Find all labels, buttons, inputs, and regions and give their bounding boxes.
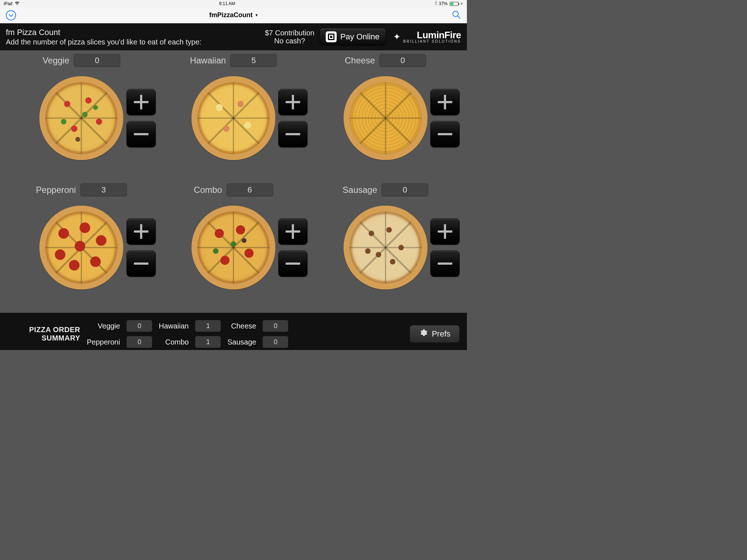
pizza-count-box[interactable]: 0 [379,54,426,67]
pizza-cell-sausage: Sausage 0 [311,183,460,313]
nav-title[interactable]: fmPizzaCount ▼ [209,11,259,19]
summary-label: Hawaiian [159,322,189,330]
logo-main-text: LuminFire [403,30,461,40]
nav-bar: fmPizzaCount ▼ [0,7,467,23]
caret-down-icon: ▼ [255,13,259,17]
bluetooth-icon [434,1,437,7]
pizza-cell-combo: Combo 6 [159,183,308,313]
square-pay-icon [326,31,337,42]
increment-button[interactable] [278,89,307,115]
pizza-cell-cheese: Cheese 0 [311,54,460,183]
svg-line-1 [458,16,460,18]
app-title: fm Pizza Count [6,28,265,37]
logo-sub-text: BRILLIANT SOLUTIONS [403,40,461,43]
pizza-image [191,206,275,289]
order-summary-footer: PIZZA ORDER SUMMARY Veggie0Hawaiian1Chee… [0,313,467,350]
summary-value-box: 0 [127,336,152,348]
summary-title: PIZZA ORDER SUMMARY [7,326,80,342]
increment-button[interactable] [430,89,460,115]
pizza-count-box[interactable]: 6 [227,183,273,197]
summary-label: Veggie [87,322,120,330]
pizza-label: Veggie [43,55,69,66]
search-button[interactable] [452,10,461,21]
pay-online-label: Pay Online [340,32,380,42]
app-subtitle: Add the number of pizza slices you'd lik… [6,38,265,46]
luminfire-logo: ✦ LuminFire BRILLIANT SOLUTIONS [393,30,461,43]
summary-value-box: 0 [263,320,288,332]
decrement-button[interactable] [127,121,156,147]
summary-label: Cheese [227,322,256,330]
pizza-cell-pepperoni: Pepperoni 3 [7,183,156,313]
pizza-label: Sausage [342,185,377,195]
summary-value-box: 0 [263,336,288,348]
pizza-image [344,206,427,289]
pizza-cell-hawaiian: Hawaiian 5 [159,54,308,183]
decrement-button[interactable] [430,121,460,147]
status-bar: iPad 9:11 AM 37% ⚡︎ [0,0,467,7]
summary-label: Pepperoni [87,338,120,346]
contribution-line2: No cash? [265,37,314,45]
wifi-icon [15,1,20,6]
decrement-button[interactable] [278,250,307,277]
decrement-button[interactable] [278,121,307,147]
device-label: iPad [4,1,12,6]
summary-title-line2: SUMMARY [7,334,80,342]
pizza-count-box[interactable]: 0 [382,183,428,197]
pizza-count-box[interactable]: 5 [230,54,277,67]
pizza-label: Pepperoni [36,185,76,195]
svg-point-0 [453,11,458,16]
pay-online-button[interactable]: Pay Online [320,28,386,46]
summary-title-line1: PIZZA ORDER [7,326,80,334]
contribution-text: $7 Contribution No cash? [265,29,314,45]
prefs-button[interactable]: Prefs [410,325,460,343]
increment-button[interactable] [127,89,156,115]
pizza-cell-veggie: Veggie 0 [7,54,156,183]
pizza-label: Hawaiian [190,55,226,66]
nav-title-text: fmPizzaCount [209,11,253,19]
decrement-button[interactable] [430,250,460,277]
summary-value-box: 0 [127,320,152,332]
pizza-image [344,76,427,160]
prefs-label: Prefs [432,329,450,339]
dropdown-button[interactable] [6,10,16,20]
pizza-image [39,206,123,289]
pizza-grid-area: Veggie 0 Hawaiian 5 Cheese 0 [0,50,467,313]
decrement-button[interactable] [127,250,156,277]
summary-label: Sausage [227,338,256,346]
battery-pct: 37% [439,1,448,6]
summary-value-box: 1 [195,336,221,348]
increment-button[interactable] [127,218,156,245]
charging-icon: ⚡︎ [460,1,463,6]
pizza-image [39,76,123,160]
battery-icon [450,2,458,6]
logo-star-icon: ✦ [393,32,400,42]
contribution-line1: $7 Contribution [265,29,314,37]
pizza-count-box[interactable]: 0 [74,54,120,67]
pizza-image [191,76,275,160]
summary-value-box: 1 [195,320,221,332]
pizza-count-box[interactable]: 3 [80,183,127,197]
pizza-label: Cheese [345,55,375,66]
gear-icon [419,328,427,339]
pizza-label: Combo [194,185,222,195]
app-header: fm Pizza Count Add the number of pizza s… [0,23,467,50]
summary-label: Combo [159,338,189,346]
increment-button[interactable] [430,218,460,245]
clock: 9:11 AM [219,1,235,6]
increment-button[interactable] [278,218,307,245]
